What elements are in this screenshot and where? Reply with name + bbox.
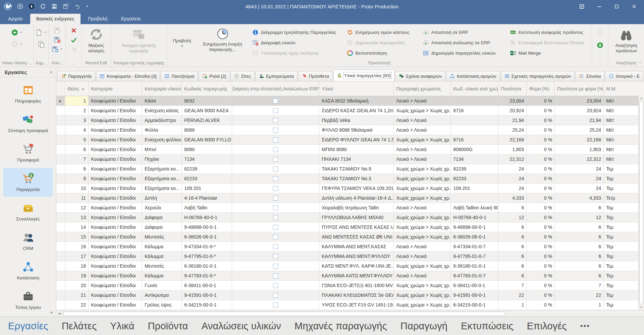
menu-tab[interactable]: Προβολή xyxy=(82,14,113,24)
sidebar-item[interactable]: Προσφορά xyxy=(3,138,53,167)
doc-tab[interactable]: Σχετικές παραγγελίες αγορών xyxy=(501,71,575,81)
column-header[interactable]: Ποσότητα xyxy=(498,81,527,96)
sidebar-item[interactable]: $ Παραγγελία xyxy=(3,168,53,197)
bottom-nav-item[interactable]: Υλικά xyxy=(110,321,134,332)
erp-exclusion-checkbox[interactable] xyxy=(273,303,278,308)
erp-exclusion-checkbox[interactable] xyxy=(273,293,278,298)
table-row[interactable]: 21 Κουφώματα / Είσοδοι Αντίκρυσμα 9-4159… xyxy=(56,290,644,300)
sidebar-more-icon[interactable]: ▼ xyxy=(50,311,53,315)
menu-tab[interactable]: Εργαλεία xyxy=(115,14,147,24)
erp-exclusion-checkbox[interactable] xyxy=(273,128,278,133)
erp-exclusion-checkbox[interactable] xyxy=(273,166,278,172)
bottom-nav-item[interactable]: Προϊόντα xyxy=(148,321,188,332)
table-row[interactable]: 13 Κουφώματα / Είσοδοι Διάφορα H-00768-4… xyxy=(56,213,644,222)
doc-tab[interactable]: Σχόλια αναφορών xyxy=(395,71,445,81)
erp-exclusion-checkbox[interactable] xyxy=(273,137,278,142)
new-record-button[interactable] xyxy=(35,29,43,36)
erp-exclusion-checkbox[interactable] xyxy=(273,147,278,152)
table-row[interactable]: 8 Κουφώματα / Είσοδοι Εξαρτήματα κο... 8… xyxy=(56,164,644,174)
doc-tab[interactable]: Πρόσθετα xyxy=(298,71,333,81)
ribbon-collapse-button[interactable]: ^ xyxy=(637,61,643,66)
save-as-icon[interactable] xyxy=(62,3,69,10)
doc-tab[interactable]: Σίτες xyxy=(230,71,255,81)
bottom-nav-item[interactable]: Επιλογές xyxy=(527,321,567,332)
bottom-nav-item[interactable]: Μηχανές παραγωγής xyxy=(294,321,387,332)
erp-exclusion-checkbox[interactable] xyxy=(273,157,278,162)
erp-exclusion-checkbox[interactable] xyxy=(273,215,278,220)
more-modules-button[interactable]: ••• xyxy=(580,322,590,330)
erp-exclusion-checkbox[interactable] xyxy=(273,283,278,288)
erp-exclusion-checkbox[interactable] xyxy=(273,205,278,210)
move-down-button[interactable] xyxy=(596,42,604,49)
save-caret-icon[interactable] xyxy=(60,48,63,51)
table-row[interactable]: 10 Κουφώματα / Είσοδοι Εξαρτήματα κο... … xyxy=(56,184,644,193)
table-row[interactable]: 3 Κουφώματα / Είσοδοι Αρμοκάλυπτρο PERVA… xyxy=(56,116,644,125)
table-row[interactable]: ▶ 1 Κουφώματα / Είσοδοι Κάσα 8032 ΚΑΣΑ 8… xyxy=(56,96,644,106)
erp-exclusion-checkbox[interactable] xyxy=(273,186,278,191)
table-row[interactable]: 6 Κουφώματα / Είσοδοι Μπινί 8080 ΜΠΙΝΙ 8… xyxy=(56,145,644,154)
quick-access-caret-icon[interactable] xyxy=(85,4,89,8)
nav-down-icon[interactable] xyxy=(28,3,35,10)
ribbon-action-button[interactable]: Αποστολή σε ERP xyxy=(423,28,503,36)
sidebar-item[interactable]: Τύπος έργου xyxy=(3,286,53,315)
horizontal-scrollbar[interactable]: ◀ xyxy=(56,310,644,317)
erp-exclusion-checkbox[interactable] xyxy=(273,176,278,181)
ribbon-action-button[interactable]: Δημιουργία παραγγελίας υλικών xyxy=(423,49,503,57)
erp-exclusion-checkbox[interactable] xyxy=(273,234,278,240)
cancel-button[interactable] xyxy=(70,27,77,34)
confirm-button[interactable] xyxy=(70,36,77,44)
table-row[interactable]: 18 Κουφώματα / Είσοδοι Μεντεσές 6-36180-… xyxy=(56,261,644,271)
vertical-scroll-thumb[interactable] xyxy=(639,102,643,304)
erp-exclusion-checkbox[interactable] xyxy=(273,108,278,113)
refresh-icon[interactable] xyxy=(40,3,46,10)
column-header[interactable]: Θέση ▲ xyxy=(65,81,89,96)
table-row[interactable]: 7 Κουφώματα / Είσοδοι Πηχάκι 7134 ΠΗΧΑΚΙ… xyxy=(56,154,644,164)
copy-record-button[interactable] xyxy=(38,41,45,48)
new-record-caret-icon[interactable] xyxy=(44,31,47,34)
erp-exclusion-checkbox[interactable] xyxy=(273,98,278,104)
doc-tab[interactable]: $ Παραγγελία xyxy=(57,71,95,81)
menu-tab[interactable]: Βασικές ενέργειες xyxy=(30,14,80,24)
column-header[interactable]: Ποσότητα με φύρα (%) xyxy=(555,81,604,96)
undo-icon[interactable] xyxy=(74,3,80,10)
doc-tab[interactable]: Κουφώματα - Είσοδοι [3] xyxy=(96,71,160,81)
erp-exclusion-checkbox[interactable] xyxy=(273,196,278,201)
ribbon-action-button[interactable]: Δημιουργία παραγγελίας xyxy=(347,39,416,47)
ribbon-action-button[interactable]: X Mail Merge xyxy=(510,49,588,57)
sidebar-item[interactable]: Σύντομη προσφορά xyxy=(3,109,53,138)
sidebar-item[interactable]: Συναλλαγές xyxy=(3,197,53,226)
table-row[interactable]: 5 Κουφώματα / Είσοδοι Ενίσχυση φύλλου GE… xyxy=(56,135,644,145)
save-new-button[interactable] xyxy=(51,46,59,53)
erp-exclusion-checkbox[interactable] xyxy=(273,118,278,123)
scroll-down-icon[interactable]: ▼ xyxy=(639,305,644,310)
save-icon[interactable] xyxy=(51,3,58,10)
erp-exclusion-checkbox[interactable] xyxy=(273,273,278,278)
column-header[interactable] xyxy=(56,81,65,96)
sidebar-item[interactable]: Πληροφορίες xyxy=(3,79,53,108)
update-production-start-button[interactable]: Ενημέρωση έναρξη παραγωγής... xyxy=(197,26,248,60)
doc-tab[interactable]: Υλικά παραγγελίας [63] xyxy=(333,70,394,81)
table-row[interactable]: 2 Κουφώματα / Είσοδοι Ενίσχυση κάσας GEA… xyxy=(56,106,644,116)
table-row[interactable]: 11 Κουφώματα / Είσοδοι Διπλή 4-16-4 Plan… xyxy=(56,193,644,203)
ribbon-action-button[interactable]: Επαναφορά Εκπτώσεων Πελάτη xyxy=(510,39,588,47)
bottom-nav-item[interactable]: Παραγωγή xyxy=(400,321,447,332)
column-header[interactable]: Υλικό xyxy=(319,81,394,96)
ribbon-action-button[interactable]: Υπολογισμός τιμής πώλησης xyxy=(252,49,340,57)
search-products-button[interactable]: Αναζήτηση προϊόντων xyxy=(612,26,640,60)
scroll-left-icon[interactable]: ◀ xyxy=(56,311,62,317)
ribbon-action-button[interactable]: Διαγραφή υλικών xyxy=(252,39,340,47)
ribbon-action-button[interactable]: Αποστολή ανάλωσης σε ERP xyxy=(423,39,503,47)
table-row[interactable]: 16 Κουφώματα / Είσοδοι Κάλυμμα 9-47334-0… xyxy=(56,242,644,252)
maximize-button[interactable] xyxy=(609,1,624,11)
bottom-nav-item[interactable]: Εργασίες xyxy=(8,321,48,332)
table-row[interactable]: 22 Κουφώματα / Είσοδοι Γρύλος ύψος 6-342… xyxy=(56,300,644,310)
bottom-nav-item[interactable]: Πελάτες xyxy=(62,321,97,332)
ribbon-action-button[interactable]: Διάγραμμα Ιχνηλάτησης Παραγγελίας xyxy=(252,28,340,36)
table-row[interactable]: 19 Κουφώματα / Είσοδοι Κάλυμμα 9-47783-0… xyxy=(56,271,644,281)
doc-tab[interactable]: Ιστορικό - Ε xyxy=(605,71,643,81)
menu-tab[interactable]: Αρχείο xyxy=(2,14,29,24)
erp-exclusion-checkbox[interactable] xyxy=(273,254,278,259)
column-header[interactable]: Κατηγορία xyxy=(89,81,142,96)
sidebar-item[interactable]: Κατάσταση xyxy=(3,256,53,285)
doc-tab[interactable]: Σύνολα xyxy=(575,71,604,81)
